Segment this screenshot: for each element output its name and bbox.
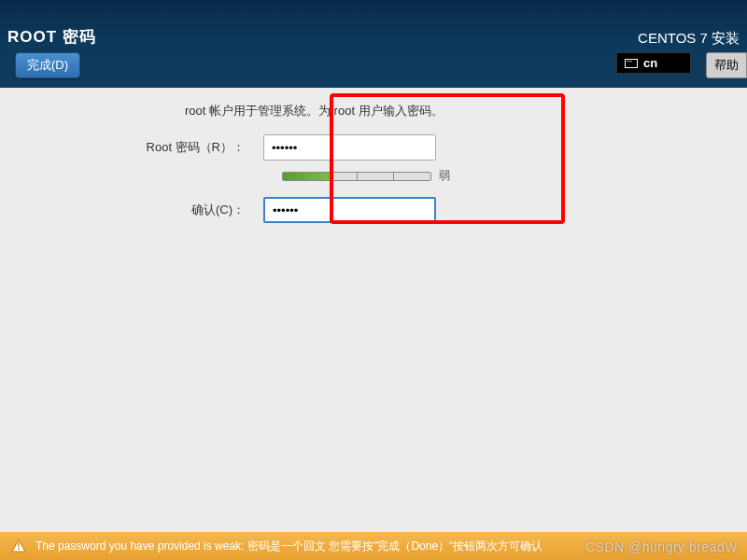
- confirm-password-row: 确认(C)：: [28, 197, 719, 223]
- page-title: ROOT 密码: [7, 26, 96, 48]
- warning-text: The password you have provided is weak: …: [35, 539, 543, 554]
- svg-text:!: !: [17, 541, 20, 552]
- root-password-input[interactable]: [263, 134, 436, 161]
- watermark-text: CSDN @hungry breadW: [585, 539, 738, 554]
- password-strength-bar: [282, 172, 431, 181]
- root-password-label: Root 密码（R）：: [121, 139, 263, 156]
- strength-row: 弱: [282, 168, 719, 184]
- installer-title: CENTOS 7 安装: [638, 30, 740, 48]
- header-bar: ROOT 密码 完成(D) CENTOS 7 安装 cn 帮助: [0, 0, 747, 88]
- keyboard-layout-indicator[interactable]: cn: [616, 52, 691, 74]
- strength-segments: [283, 173, 430, 180]
- intro-text: root 帐户用于管理系统。为 root 用户输入密码。: [185, 103, 719, 119]
- warning-icon: !: [11, 539, 26, 553]
- done-button[interactable]: 完成(D): [15, 52, 80, 78]
- strength-text: 弱: [439, 168, 450, 184]
- help-button[interactable]: 帮助: [706, 52, 747, 78]
- root-password-row: Root 密码（R）：: [28, 134, 719, 161]
- keyboard-icon: [625, 59, 638, 68]
- content-area: root 帐户用于管理系统。为 root 用户输入密码。 Root 密码（R）：…: [0, 88, 747, 245]
- confirm-password-label: 确认(C)：: [121, 202, 263, 218]
- lang-code: cn: [643, 56, 657, 70]
- confirm-password-input[interactable]: [263, 197, 436, 223]
